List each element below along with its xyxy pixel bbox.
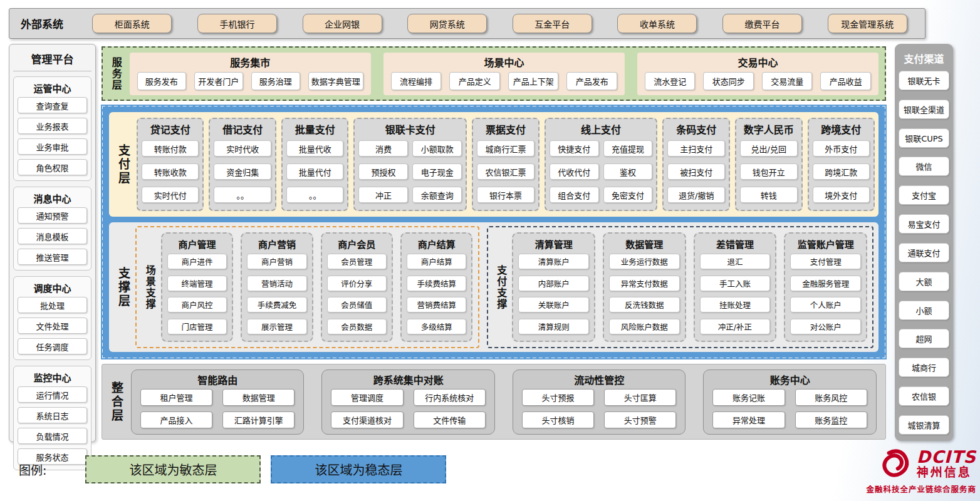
support-group-title: 商户营销	[247, 237, 306, 250]
service-group-title: 交易中心	[645, 54, 871, 70]
payment-channel-box: 银联CUPS	[899, 128, 949, 148]
service-item-box: 流水登记	[645, 72, 696, 90]
external-system-box: 互金平台	[513, 14, 592, 33]
payment-group-items: 实时代收 资金归集 。。	[214, 138, 271, 205]
support-group-title: 商户结算	[407, 237, 466, 250]
payment-group-title: 票据支付	[477, 121, 534, 137]
support-group-title: 监管账户管理	[790, 237, 861, 250]
support-zone-label: 场景支撑	[144, 265, 155, 310]
payment-channel-box: 银联无卡	[899, 71, 949, 90]
payment-group: 银联卡支付 消费 小额取款 预授权 电子现金	[353, 118, 467, 211]
dcits-brand: DCITS	[917, 448, 976, 465]
payment-group-items: 转账付款 转账收款 实时代付	[142, 138, 199, 205]
payment-group-title: 条码支付	[667, 121, 725, 137]
management-section-title: 监控中心	[18, 371, 87, 384]
integration-group-title: 跨系统集中对账	[331, 372, 486, 387]
integration-item-box: 头寸预报	[522, 389, 594, 406]
integration-item-box: 账务风控	[795, 389, 867, 406]
support-group-title: 商户会员	[327, 237, 387, 250]
payment-channels-panel: 支付渠道 银联无卡 银联全渠道 银联CUPS 微信 支付宝 易宝支付 通联支付 …	[895, 44, 953, 441]
support-item-box: 商户营销	[247, 254, 306, 269]
integration-item-box: 汇路计算引擎	[222, 411, 295, 428]
support-group: 商户管理 商户进件 终端管理 商户风控	[161, 232, 233, 342]
service-item-box: 状态同步	[703, 72, 754, 90]
payment-channel-box: 城商行	[899, 358, 949, 377]
integration-item-box: 异常处理	[712, 411, 785, 428]
integration-group-items: 租户管理 数据管理 产品接入 汇路计算引擎	[140, 389, 295, 428]
integration-item-box: 头寸核销	[522, 411, 594, 428]
support-zone: 支付支撑 清算管理 清算账户	[487, 226, 874, 348]
payment-group-items: 兑出/兑回 钱包开立 转钱	[740, 138, 798, 205]
payment-group-title: 数字人民币	[740, 121, 798, 137]
payment-item-box: 资金归集	[214, 163, 271, 180]
support-item-box: 商户进件	[167, 254, 227, 269]
integration-group: 流动性管控 头寸预报 头寸匡算 头寸核销 头寸预警	[513, 369, 686, 435]
payment-item-box: 组合支付	[550, 187, 599, 203]
payment-group: 条码支付 主扫支付 被扫支付 退货/撤销	[662, 118, 730, 211]
management-section-items: 查询查复 业务报表 业务审批 角色权限	[18, 97, 87, 175]
support-item-box: 手续费减免	[247, 297, 306, 312]
external-system-box: 柜面系统	[92, 14, 172, 33]
integration-group-items: 管理调度 行内系统核对 支付渠道核对 文件传输	[331, 389, 486, 428]
payment-group-title: 银联卡支付	[358, 121, 462, 137]
payment-group: 批量支付 批量代收 批量代付 。。	[281, 118, 349, 211]
payment-channel-box: 易宝支付	[899, 214, 949, 234]
integration-group-items: 头寸预报 头寸匡算 头寸核销 头寸预警	[522, 389, 677, 428]
legend-box: 该区域为敏态层	[85, 455, 261, 483]
support-item-box: 对公账户	[790, 319, 861, 334]
management-section-title: 调度中心	[18, 281, 87, 294]
payment-group-items: 主扫支付 被扫支付 退货/撤销	[667, 138, 725, 205]
support-group-items: 会员管理 评价分享 会员储值 会员数据	[327, 252, 387, 336]
service-item-box: 产品收益	[820, 72, 871, 90]
support-item-box: 挂账处理	[700, 297, 771, 312]
dcits-logo-row: DCITS 神州信息	[857, 448, 976, 480]
service-item-box: 数据字典管理	[308, 72, 363, 90]
payment-channels-title: 支付渠道	[899, 51, 949, 66]
support-group: 商户营销 商户营销 营销活动 手续费减免	[241, 232, 313, 342]
service-item-box: 交易流量	[762, 72, 813, 90]
support-item-box: 展示管理	[247, 319, 306, 334]
legend: 图例: 该区域为敏态层 该区域为稳态层	[19, 455, 446, 483]
payment-item-box: 实时代付	[142, 187, 199, 203]
payment-group: 跨境支付 外币支付 跨境汇款 境外支付	[808, 118, 875, 211]
payment-item-box: 钱包开立	[740, 163, 798, 180]
payment-item-box: 跨境汇款	[813, 163, 870, 180]
support-group: 差错管理 退汇 手工入账 挂账处理	[694, 232, 777, 342]
payment-item-box: 主扫支付	[667, 140, 725, 157]
support-item-box: 关联账户	[518, 297, 589, 312]
integration-item-box: 账务记账	[712, 389, 785, 406]
support-group-items: 支付管理 金融服务管理 个人账户 对公账户	[790, 252, 861, 336]
service-group: 交易中心 流水登记 状态同步 交易流量 产品收益	[637, 53, 878, 95]
dcits-company: 神州信息	[917, 465, 976, 480]
management-platform-panel: 管理平台 运管中心 查询查复 业务报表 业务审批 角色权限	[9, 44, 96, 442]
stable-area-container: 支付层 贷记支付 转账付款 转账收款 实时代付	[102, 105, 886, 359]
payment-group-title: 批量支付	[286, 121, 344, 137]
support-group-items: 退汇 手工入账 挂账处理 冲正/补正	[700, 252, 771, 336]
support-group-items: 清算账户 内部账户 关联账户 清算规则	[518, 252, 589, 336]
support-zones: 场景支撑 商户管理 商户进件	[135, 226, 873, 348]
support-item-box: 营销活动	[247, 276, 306, 291]
management-sections: 运管中心 查询查复 业务报表 业务审批 角色权限	[13, 76, 91, 470]
integration-group: 跨系统集中对账 管理调度 行内系统核对 支付渠道核对 文件传输	[321, 369, 495, 435]
management-section-title: 消息中心	[18, 192, 87, 205]
support-item-box: 会员管理	[327, 254, 387, 269]
legend-box: 该区域为稳态层	[271, 455, 446, 483]
integration-group-title: 账务中心	[712, 372, 867, 387]
service-group-items: 服务发布 开发者门户 服务治理 数据字典管理	[137, 72, 363, 90]
support-group: 监管账户管理 支付管理 金融服务管理 个人账户	[784, 232, 867, 342]
integration-group-items: 账务记账 账务风控 异常处理 账务监控	[712, 389, 867, 428]
payment-channels-list: 银联无卡 银联全渠道 银联CUPS 微信 支付宝 易宝支付 通联支付 大额 小额…	[899, 71, 949, 435]
payment-item-box: 免密支付	[603, 187, 653, 203]
payment-group-title: 借记支付	[214, 121, 271, 137]
management-section: 运管中心 查询查复 业务报表 业务审批 角色权限	[13, 76, 91, 181]
management-item-box: 业务审批	[18, 138, 87, 155]
integration-group: 账务中心 账务记账 账务风控 异常处理 账务监控	[703, 369, 877, 435]
support-item-box: 个人账户	[790, 297, 861, 312]
payment-item-box: 银行本票	[477, 187, 534, 203]
management-item-box: 运行情况	[18, 386, 87, 403]
support-item-box: 金融服务管理	[790, 276, 861, 291]
payment-group-title: 贷记支付	[142, 121, 199, 137]
external-system-box: 缴费平台	[722, 14, 802, 33]
support-zone-label: 支付支撑	[496, 265, 506, 310]
management-item-box: 业务报表	[18, 118, 87, 134]
